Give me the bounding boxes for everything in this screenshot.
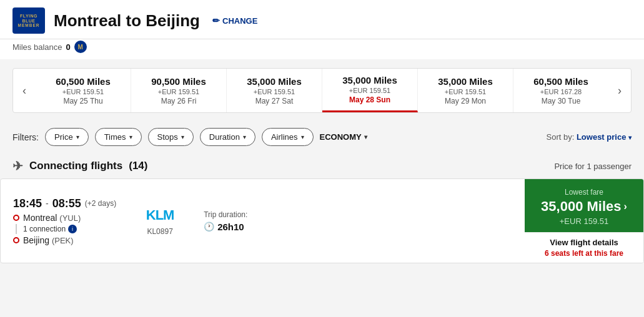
date-selector: ‹ 60,500 Miles +EUR 159.51 May 25 Thu 90…: [12, 68, 632, 113]
airlines-filter-button[interactable]: Airlines ▾: [262, 128, 314, 146]
flight-route: Montreal (YUL) 1 connection i: [13, 213, 116, 245]
page-title: Montreal to Beijing: [54, 11, 200, 31]
stops-filter-button[interactable]: Stops ▾: [148, 128, 194, 146]
view-flight-details-link[interactable]: View flight details: [550, 238, 618, 247]
date-items: 60,500 Miles +EUR 159.51 May 25 Thu 90,5…: [36, 69, 608, 112]
stops-chevron-icon: ▾: [181, 134, 184, 140]
plane-icon: ✈: [12, 158, 23, 173]
sort-label: Sort by: Lowest price ▾: [546, 132, 632, 142]
price-top: Lowest fare 35,000 Miles › +EUR 159.51: [525, 179, 643, 232]
flight-depart-time: 18:45 - 08:55 (+2 days): [13, 197, 116, 210]
seats-left-warning: 6 seats left at this fare: [545, 249, 623, 258]
destination-city: Beijing (PEK): [23, 235, 74, 245]
price-bottom: View flight details 6 seats left at this…: [525, 232, 643, 263]
filters-label: Filters:: [12, 132, 39, 142]
connection-info: 1 connection i: [23, 225, 77, 233]
date-item-0[interactable]: 60,500 Miles +EUR 159.51 May 25 Thu: [36, 69, 131, 112]
origin-dot: [13, 215, 19, 221]
clock-icon: 🕐: [204, 222, 214, 232]
flight-number: KL0897: [147, 227, 172, 236]
passenger-label: Price for 1 passenger: [554, 162, 632, 171]
date-item-3[interactable]: 35,000 Miles +EUR 159.51 May 28 Sun: [322, 69, 418, 112]
origin-city: Montreal (YUL): [23, 213, 81, 223]
info-icon[interactable]: i: [68, 225, 77, 233]
airlines-chevron-icon: ▾: [301, 134, 304, 140]
miles-icon: M: [74, 41, 87, 53]
klm-logo: KLM: [144, 206, 176, 225]
date-item-5[interactable]: 60,500 Miles +EUR 167.28 May 30 Tue: [513, 69, 608, 112]
sort-chevron-icon: ▾: [628, 134, 632, 141]
flight-main: 18:45 - 08:55 (+2 days) Montreal (YUL): [1, 179, 525, 263]
economy-chevron-icon: ▾: [364, 134, 367, 140]
price-miles: 35,000 Miles ›: [541, 198, 627, 215]
times-chevron-icon: ▾: [129, 134, 132, 140]
price-arrow-icon: ›: [624, 201, 627, 212]
duration-filter-button[interactable]: Duration ▾: [200, 128, 255, 146]
flying-blue-logo: FLYINGBLUE MEMBER: [12, 7, 45, 34]
destination-dot: [13, 237, 19, 243]
duration-value: 26h10: [217, 222, 244, 232]
pencil-icon: ✏: [212, 16, 220, 26]
price-filter-button[interactable]: Price ▾: [45, 128, 89, 146]
date-item-2[interactable]: 35,000 Miles +EUR 159.51 May 27 Sat: [227, 69, 322, 112]
filters-bar: Filters: Price ▾ Times ▾ Stops ▾ Duratio…: [0, 122, 644, 152]
date-item-4[interactable]: 35,000 Miles +EUR 159.51 May 29 Mon: [418, 69, 513, 112]
economy-button[interactable]: ECONOMY ▾: [320, 132, 367, 142]
date-prev-button[interactable]: ‹: [13, 69, 36, 112]
miles-value: 0: [66, 42, 71, 52]
price-eur: +EUR 159.51: [560, 217, 608, 226]
results-title-text: Connecting flights: [29, 160, 122, 172]
route-line-bar: [16, 224, 17, 234]
results-count: (14): [129, 160, 147, 172]
miles-balance-row: Miles balance 0 M: [0, 39, 644, 59]
price-chevron-icon: ▾: [76, 134, 79, 140]
results-title: ✈ Connecting flights (14): [12, 158, 147, 173]
header: FLYINGBLUE MEMBER Montreal to Beijing ✏ …: [0, 0, 644, 39]
results-header: ✈ Connecting flights (14) Price for 1 pa…: [0, 152, 644, 178]
miles-label: Miles balance: [12, 42, 62, 52]
flight-times: 18:45 - 08:55 (+2 days) Montreal (YUL): [13, 197, 116, 245]
airline-info: KLM KL0897: [135, 206, 185, 236]
sort-value[interactable]: Lowest price ▾: [577, 132, 632, 142]
times-filter-button[interactable]: Times ▾: [95, 128, 142, 146]
date-next-button[interactable]: ›: [608, 69, 631, 112]
change-button[interactable]: ✏ CHANGE: [212, 16, 257, 26]
trip-duration: Trip duration: 🕐 26h10: [204, 210, 247, 232]
flight-card: 18:45 - 08:55 (+2 days) Montreal (YUL): [0, 178, 644, 263]
duration-chevron-icon: ▾: [243, 134, 246, 140]
price-panel: Lowest fare 35,000 Miles › +EUR 159.51 V…: [525, 179, 643, 263]
price-label: Lowest fare: [565, 188, 603, 197]
date-item-1[interactable]: 90,500 Miles +EUR 159.51 May 26 Fri: [131, 69, 227, 112]
